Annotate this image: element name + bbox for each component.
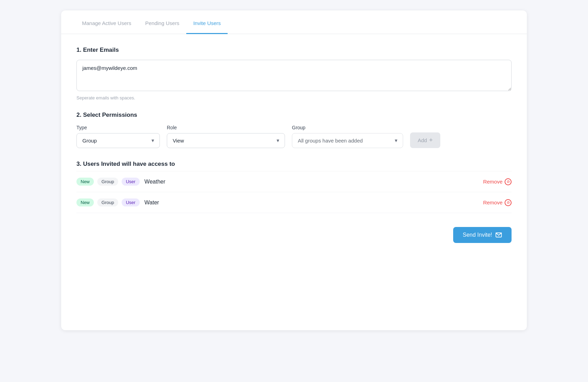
type-select[interactable]: Group User [76, 133, 160, 148]
access-title: 3. Users Invited will have access to [76, 161, 512, 168]
add-label: Add [418, 137, 427, 143]
send-btn-wrapper: Send Invite! [61, 213, 527, 243]
send-invite-label: Send Invite! [463, 232, 492, 238]
enter-emails-title: 1. Enter Emails [76, 47, 512, 54]
permissions-row: Type Group User ▼ Role View [76, 125, 512, 148]
access-section: 3. Users Invited will have access to New… [76, 161, 512, 213]
table-row: New Group User Weather Remove ⊘ [76, 171, 512, 192]
access-item-name: Water [145, 200, 159, 206]
access-item-left: New Group User Water [76, 198, 159, 206]
badge-user: User [122, 198, 139, 206]
plus-icon: + [429, 137, 433, 144]
send-invite-button[interactable]: Send Invite! [453, 227, 512, 243]
tab-bar: Manage Active Users Pending Users Invite… [61, 10, 527, 34]
remove-water-button[interactable]: Remove ⊘ [483, 199, 512, 206]
group-field: Group All groups have been added ▼ [292, 125, 403, 148]
badge-group: Group [97, 198, 118, 206]
remove-weather-icon: ⊘ [505, 178, 512, 185]
email-hint: Seperate emails with spaces. [76, 95, 512, 100]
group-select-wrapper: All groups have been added ▼ [292, 133, 403, 148]
type-label: Type [76, 125, 160, 130]
permissions-section: 2. Select Permissions Type Group User ▼ [76, 112, 512, 148]
badge-group: Group [97, 178, 118, 186]
tab-invite[interactable]: Invite Users [186, 10, 228, 34]
type-select-wrapper: Group User ▼ [76, 133, 160, 148]
permissions-title: 2. Select Permissions [76, 112, 512, 119]
role-select-wrapper: View Edit Admin ▼ [167, 133, 285, 148]
page-content: 1. Enter Emails Seperate emails with spa… [61, 34, 527, 213]
role-select[interactable]: View Edit Admin [167, 133, 285, 148]
add-button[interactable]: Add + [410, 132, 440, 148]
send-mail-icon [496, 233, 502, 237]
tab-pending[interactable]: Pending Users [138, 10, 186, 34]
role-label: Role [167, 125, 285, 130]
table-row: New Group User Water Remove ⊘ [76, 192, 512, 213]
access-item-left: New Group User Weather [76, 178, 165, 186]
badge-new: New [76, 178, 94, 186]
group-label: Group [292, 125, 403, 130]
remove-weather-button[interactable]: Remove ⊘ [483, 178, 512, 185]
role-field: Role View Edit Admin ▼ [167, 125, 285, 148]
access-item-name: Weather [145, 179, 165, 185]
badge-new: New [76, 198, 94, 206]
remove-water-icon: ⊘ [505, 199, 512, 206]
type-field: Type Group User ▼ [76, 125, 160, 148]
remove-weather-label: Remove [483, 179, 503, 185]
group-select[interactable]: All groups have been added [292, 133, 403, 148]
main-card: Manage Active Users Pending Users Invite… [61, 10, 527, 330]
badge-user: User [122, 178, 139, 186]
access-list: New Group User Weather Remove ⊘ New Grou… [76, 171, 512, 213]
tab-manage-active[interactable]: Manage Active Users [75, 10, 138, 34]
remove-water-label: Remove [483, 200, 503, 205]
email-input[interactable] [76, 60, 512, 91]
